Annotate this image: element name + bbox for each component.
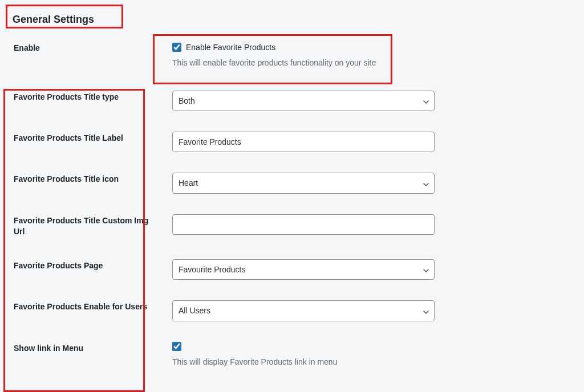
label-enable: Enable [11,31,165,66]
label-title-label: Favorite Products Title Label [11,121,165,156]
title-type-select[interactable]: Both [172,91,435,111]
field-title-type: Both [165,80,435,121]
field-custom-img [165,204,435,245]
menu-checkbox-wrap[interactable] [172,342,428,351]
menu-description: This will display Favorite Products link… [172,357,428,368]
section-title: General Settings [11,8,573,31]
row-title-label: Favorite Products Title Label [11,121,573,162]
label-menu: Show link in Menu [11,332,165,366]
enable-check-label: Enable Favorite Products [186,43,275,52]
custom-img-input[interactable] [172,214,435,235]
title-icon-select[interactable]: Heart [172,173,435,193]
field-title-icon: Heart [165,162,435,203]
general-settings-form: General Settings Enable Enable Favorite … [0,0,584,386]
label-title-type: Favorite Products Title type [11,80,165,115]
row-menu: Show link in Menu This will display Favo… [11,332,573,378]
menu-checkbox[interactable] [172,342,181,351]
row-users: Favorite Products Enable for Users All U… [11,290,573,331]
page-select[interactable]: Favourite Products [172,259,435,280]
row-title-type: Favorite Products Title type Both [11,80,573,121]
field-menu: This will display Favorite Products link… [165,332,428,378]
row-title-icon: Favorite Products Title icon Heart [11,162,573,203]
field-users: All Users [165,290,435,331]
enable-checkbox-wrap[interactable]: Enable Favorite Products [172,43,428,52]
field-enable: Enable Favorite Products This will enabl… [165,31,428,80]
label-title-icon: Favorite Products Title icon [11,162,165,197]
label-custom-img: Favorite Products Title Custom Img Url [11,204,165,249]
enable-description: This will enable favorite products funct… [172,58,428,69]
field-title-label [165,121,435,162]
row-page: Favorite Products Page Favourite Product… [11,249,573,290]
row-enable: Enable Enable Favorite Products This wil… [11,31,573,80]
title-label-input[interactable] [172,132,435,152]
label-page: Favorite Products Page [11,249,165,283]
enable-checkbox[interactable] [172,43,181,52]
field-page: Favourite Products [165,249,435,290]
users-select[interactable]: All Users [172,300,435,321]
label-users: Favorite Products Enable for Users [11,290,165,324]
row-custom-img: Favorite Products Title Custom Img Url [11,204,573,249]
